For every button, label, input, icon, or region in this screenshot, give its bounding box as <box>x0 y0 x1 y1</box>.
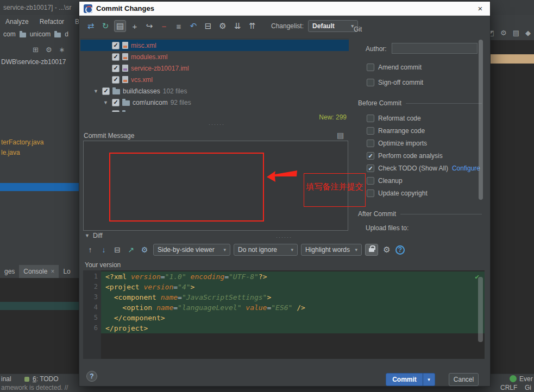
menu-item-refactor[interactable]: Refactor <box>40 18 64 26</box>
annotation-arrow <box>266 168 299 186</box>
changelist-select[interactable]: Default ▾ <box>308 20 358 32</box>
tree-selected-row[interactable] <box>0 183 79 191</box>
option-row[interactable]: Reformat code <box>367 113 421 123</box>
tree-row[interactable]: misc.xml <box>80 40 349 51</box>
tab-terminal[interactable]: inal <box>1 375 11 383</box>
option-row[interactable]: Check TODO (Show All)Configure <box>367 163 480 173</box>
event-log-label[interactable]: Ever <box>519 375 533 383</box>
option-checkbox[interactable] <box>367 140 374 147</box>
project-tree-item[interactable]: DWB\service-zb10017 <box>1 58 66 66</box>
option-row[interactable]: Amend commit <box>367 62 422 72</box>
option-row[interactable]: Rearrange code <box>367 126 425 136</box>
row-checkbox[interactable] <box>112 110 120 112</box>
expand-all-icon[interactable]: ⇊ <box>231 20 243 32</box>
git-branch-widget[interactable]: Gi <box>525 384 531 391</box>
row-checkbox[interactable] <box>112 53 120 61</box>
next-difference-icon[interactable]: ↓ <box>98 244 109 255</box>
option-checkbox[interactable] <box>367 177 374 185</box>
show-diff-icon[interactable]: ⇄ <box>85 20 97 32</box>
refresh-icon[interactable]: ↻ <box>99 20 111 32</box>
option-checkbox[interactable] <box>367 127 374 135</box>
commit-history-icon[interactable]: ▤ <box>337 131 344 140</box>
tab-console[interactable]: Console × <box>19 265 59 278</box>
splitter-handle[interactable] <box>209 122 225 127</box>
splitter-handle[interactable] <box>276 235 292 240</box>
search-icon[interactable]: ◆ <box>525 29 531 37</box>
row-checkbox[interactable] <box>102 87 110 95</box>
show-details-icon[interactable]: ▤ <box>114 20 126 32</box>
settings-icon[interactable]: ⚙ <box>500 29 507 37</box>
row-checkbox[interactable] <box>112 76 120 84</box>
tree-row[interactable] <box>80 108 349 112</box>
viewer-select[interactable]: Side-by-side viewer ▾ <box>153 244 230 256</box>
row-checkbox[interactable] <box>112 99 120 106</box>
tree-file-item[interactable]: terFactory.java <box>1 138 43 146</box>
expander-icon[interactable]: ▼ <box>92 88 99 94</box>
help-icon[interactable]: ? <box>395 245 405 255</box>
author-input[interactable] <box>392 43 478 54</box>
option-checkbox[interactable] <box>367 115 374 122</box>
open-in-editor-icon[interactable]: ↗ <box>125 244 136 255</box>
tree-row[interactable]: service-zb10017.iml <box>80 62 349 74</box>
event-log-icon[interactable] <box>510 375 517 382</box>
disable-editing-toggle[interactable] <box>365 244 378 256</box>
row-checkbox[interactable] <box>112 42 120 49</box>
file-icon <box>122 42 128 49</box>
help-button[interactable]: ? <box>86 371 97 382</box>
tree-row[interactable]: ▼com\unicom92 files <box>80 97 349 108</box>
tree-row[interactable]: ▼build\classes102 files <box>80 85 349 97</box>
jump-to-source-icon[interactable]: ⊟ <box>112 244 123 255</box>
rollback-icon[interactable]: ↶ <box>187 20 199 32</box>
configure-link[interactable]: Configure <box>452 165 480 172</box>
collapse-all-icon[interactable]: ⇈ <box>246 20 258 32</box>
editor-scrollbar[interactable] <box>478 277 483 342</box>
menu-item-analyze[interactable]: Analyze <box>5 18 29 26</box>
row-checkbox[interactable] <box>112 65 120 72</box>
tree-row[interactable]: vcs.xml <box>80 74 349 85</box>
cancel-button[interactable]: Cancel <box>449 373 479 386</box>
option-checkbox[interactable] <box>367 152 374 160</box>
line-ending-indicator[interactable]: CRLF <box>500 384 517 391</box>
commit-button[interactable]: Commit <box>386 373 423 386</box>
tab-log[interactable]: Lo <box>59 265 74 278</box>
shelve-icon[interactable]: ⊟ <box>202 20 214 32</box>
previous-difference-icon[interactable]: ↑ <box>85 244 96 255</box>
option-checkbox[interactable] <box>367 189 374 197</box>
option-row[interactable]: Optimize imports <box>367 138 427 148</box>
option-checkbox[interactable] <box>367 79 374 86</box>
highlight-select[interactable]: Highlight words ▾ <box>301 244 362 256</box>
option-checkbox[interactable] <box>367 64 374 71</box>
tree-file-item[interactable]: le.java <box>1 149 20 156</box>
line-number: 1 <box>83 271 101 282</box>
tab-todo[interactable]: 6: TODO <box>33 375 59 383</box>
close-tab-icon[interactable]: × <box>51 268 54 275</box>
diff-section-toggle[interactable]: ▼ Diff <box>85 232 103 239</box>
breadcrumb[interactable]: unicom <box>30 30 51 38</box>
settings-icon[interactable]: ⚙ <box>217 20 229 32</box>
gear-icon[interactable]: ⚙ <box>381 244 392 255</box>
breadcrumb[interactable]: com <box>3 30 16 38</box>
move-to-changelist-icon[interactable]: ↪ <box>143 20 155 32</box>
remove-icon[interactable]: − <box>158 20 170 32</box>
tab-messages[interactable]: ges <box>0 265 19 278</box>
editor-settings-icon[interactable]: ⚙ <box>139 244 150 255</box>
option-row[interactable]: Update copyright <box>367 188 428 198</box>
expander-icon[interactable]: ▼ <box>102 100 109 105</box>
hide-panel-icon[interactable]: ∗ <box>59 46 65 54</box>
option-row[interactable]: Cleanup <box>367 176 403 186</box>
close-icon[interactable]: × <box>475 4 486 13</box>
whitespace-select[interactable]: Do not ignore ▾ <box>234 244 298 256</box>
tool-window-icon[interactable] <box>24 377 29 382</box>
changelists-icon[interactable]: ≡ <box>173 20 185 32</box>
panel-settings-icon[interactable]: ⚙ <box>46 46 52 54</box>
dialog-scrollbar[interactable] <box>479 40 483 200</box>
add-icon[interactable]: + <box>129 20 141 32</box>
option-row[interactable]: Perform code analysis <box>367 151 443 161</box>
breadcrumb[interactable]: d <box>65 30 68 38</box>
option-checkbox[interactable] <box>367 165 374 172</box>
option-row[interactable]: Sign-off commit <box>367 78 423 87</box>
scroll-to-source-icon[interactable]: ⊞ <box>33 46 39 54</box>
layout-icon[interactable]: ▤ <box>513 29 519 37</box>
tree-row[interactable]: modules.xml <box>80 51 349 62</box>
commit-dropdown-button[interactable]: ▾ <box>423 373 435 386</box>
